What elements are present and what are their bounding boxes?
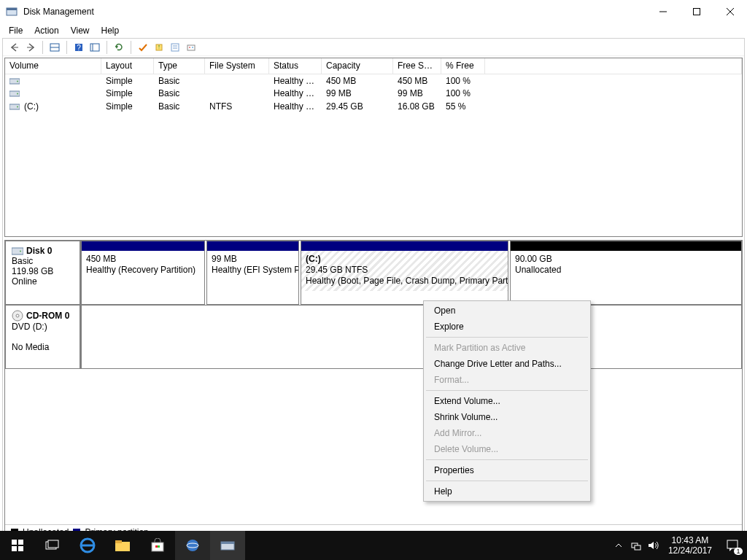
col-filesystem[interactable]: File System	[205, 58, 269, 74]
forward-button[interactable]	[23, 40, 38, 55]
ctx-delete-volume: Delete Volume...	[425, 441, 589, 457]
taskbar-app1[interactable]	[175, 531, 210, 560]
volume-layout: Simple	[101, 101, 154, 112]
menu-help[interactable]: Help	[96, 24, 125, 37]
toolbar: ? ↑	[3, 39, 744, 56]
volume-pctfree: 55 %	[441, 101, 485, 112]
settings-button[interactable]	[88, 40, 102, 55]
partition[interactable]: 450 MBHealthy (Recovery Partition)	[81, 241, 205, 305]
volume-free: 99 MB	[393, 88, 441, 98]
taskbar-store[interactable]	[140, 531, 175, 560]
col-layout[interactable]: Layout	[101, 58, 154, 74]
volume-layout: Simple	[101, 76, 154, 86]
partition-status: Healthy (Recovery Partition)	[86, 265, 200, 276]
partition[interactable]: 99 MBHealthy (EFI System P	[206, 241, 299, 305]
col-free[interactable]: Free Spa...	[393, 58, 441, 74]
svg-point-30	[20, 251, 21, 252]
svg-rect-12	[90, 44, 99, 51]
col-status[interactable]: Status	[269, 58, 322, 74]
svg-rect-38	[48, 540, 58, 548]
partition-size: 450 MB	[86, 254, 200, 265]
ctx-help[interactable]: Help	[425, 483, 589, 499]
partition[interactable]: 90.00 GBUnallocated	[510, 241, 742, 305]
partition-status: Healthy (EFI System P	[212, 265, 294, 276]
partition-status: Healthy (Boot, Page File, Crash Dump, Pr…	[306, 276, 503, 287]
svg-rect-43	[155, 545, 158, 548]
svg-rect-34	[18, 540, 23, 545]
svg-point-22	[192, 47, 193, 48]
close-button[interactable]	[713, 0, 747, 23]
minimize-button[interactable]	[646, 0, 680, 23]
disk-graphic-pane: Disk 0Basic119.98 GBOnline450 MBHealthy …	[4, 240, 743, 540]
tray-chevron-up-icon[interactable]	[610, 531, 627, 560]
volume-type: Basic	[154, 88, 205, 98]
volume-pctfree: 100 %	[441, 76, 485, 86]
ctx-format: Format...	[425, 372, 589, 388]
maximize-button[interactable]	[680, 0, 713, 23]
tray-network-icon[interactable]	[627, 531, 645, 560]
tray-action-center[interactable]: 1	[718, 531, 747, 560]
disk-info[interactable]: Disk 0Basic119.98 GBOnline	[5, 241, 81, 305]
refresh-button[interactable]	[112, 40, 126, 55]
app-icon	[6, 6, 18, 18]
partition-bar	[511, 241, 741, 251]
taskbar-explorer[interactable]	[105, 531, 140, 560]
ctx-open[interactable]: Open	[425, 303, 589, 319]
disk-state: No Media	[12, 342, 74, 352]
system-tray: 10:43 AM 12/24/2017 1	[610, 531, 747, 560]
svg-rect-33	[12, 540, 17, 545]
taskbar-edge[interactable]	[70, 531, 105, 560]
taskbar: 10:43 AM 12/24/2017 1	[0, 531, 747, 560]
volume-capacity: 29.45 GB	[322, 101, 393, 112]
partition[interactable]: (C:)29.45 GB NTFSHealthy (Boot, Page Fil…	[301, 241, 508, 305]
ctx-extend-volume[interactable]: Extend Volume...	[425, 393, 589, 409]
show-hide-pane-button[interactable]	[47, 40, 62, 55]
partition-letter: (C:)	[306, 254, 503, 265]
apply-button[interactable]	[136, 40, 150, 55]
svg-point-32	[16, 314, 19, 317]
ctx-explore[interactable]: Explore	[425, 319, 589, 335]
col-pctfree[interactable]: % Free	[441, 58, 485, 74]
back-button[interactable]	[7, 40, 22, 55]
start-button[interactable]	[0, 531, 35, 560]
properties-button[interactable]	[168, 40, 182, 55]
taskbar-diskmgmt[interactable]	[210, 531, 245, 560]
ctx-shrink-volume[interactable]: Shrink Volume...	[425, 409, 589, 425]
svg-point-45	[187, 540, 198, 551]
svg-rect-41	[115, 540, 122, 543]
tray-clock[interactable]: 10:43 AM 12/24/2017	[662, 535, 718, 556]
volume-row[interactable]: SimpleBasicHealthy (R...450 MB450 MB100 …	[5, 74, 742, 88]
col-volume[interactable]: Volume	[5, 58, 101, 74]
ctx-change-drive-letter[interactable]: Change Drive Letter and Paths...	[425, 356, 589, 372]
menu-bar: File Action View Help	[0, 23, 747, 38]
disk-state: Online	[12, 276, 74, 287]
volume-row[interactable]: (C:)SimpleBasicNTFSHealthy (B...29.45 GB…	[5, 100, 742, 113]
ctx-properties[interactable]: Properties	[425, 462, 589, 478]
partition-size: 99 MB	[212, 254, 294, 265]
new-button[interactable]: ↑	[152, 40, 166, 55]
disk-type: Basic	[12, 256, 74, 266]
window-title: Disk Management	[23, 7, 646, 17]
volume-free: 450 MB	[393, 76, 441, 86]
tray-volume-icon[interactable]	[645, 531, 662, 560]
volume-type: Basic	[154, 76, 205, 86]
disk-info[interactable]: CD-ROM 0DVD (D:)No Media	[5, 305, 81, 369]
volume-list: Volume Layout Type File System Status Ca…	[4, 58, 743, 237]
svg-rect-1	[7, 8, 17, 10]
tray-date: 12/24/2017	[668, 545, 712, 556]
col-type[interactable]: Type	[154, 58, 205, 74]
menu-action[interactable]: Action	[28, 24, 64, 37]
svg-rect-35	[12, 546, 17, 551]
col-capacity[interactable]: Capacity	[322, 58, 393, 74]
volume-row[interactable]: SimpleBasicHealthy (E...99 MB99 MB100 %	[5, 88, 742, 101]
volume-status: Healthy (B...	[269, 101, 322, 112]
wizard-button[interactable]	[184, 40, 198, 55]
partition-size: 90.00 GB	[515, 254, 737, 265]
task-view-button[interactable]	[35, 531, 70, 560]
menu-file[interactable]: File	[3, 24, 28, 37]
menu-view[interactable]: View	[65, 24, 96, 37]
partition-status: Unallocated	[515, 265, 737, 276]
help-button[interactable]: ?	[71, 40, 86, 55]
disk-row: Disk 0Basic119.98 GBOnline450 MBHealthy …	[5, 241, 742, 305]
volume-status: Healthy (R...	[269, 76, 322, 86]
